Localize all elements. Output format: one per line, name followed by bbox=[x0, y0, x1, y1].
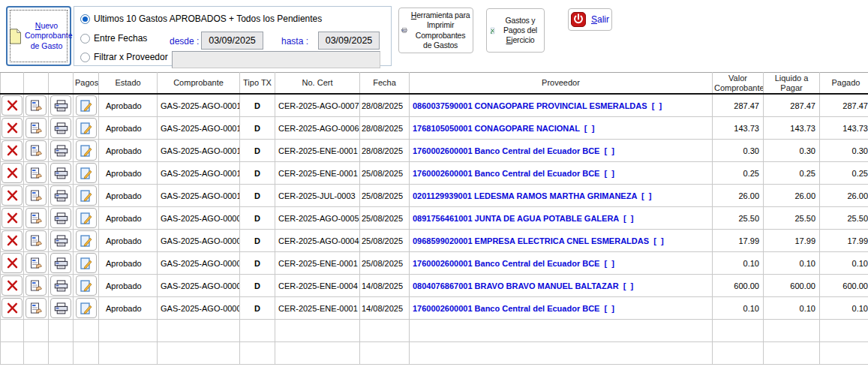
payments-edit-button[interactable] bbox=[76, 163, 97, 183]
print-row-button[interactable] bbox=[50, 298, 71, 318]
properties-icon bbox=[30, 235, 43, 247]
radio-last10-icon[interactable] bbox=[80, 14, 90, 24]
no-cert-cell: CER-2025-AGO-0005 bbox=[275, 207, 360, 230]
excel-report-button[interactable]: Gastos y Pagos del Ejercicio bbox=[486, 8, 545, 53]
new-expense-voucher-button[interactable]: Nuevo Comprobante de Gasto bbox=[6, 6, 71, 66]
delete-button[interactable] bbox=[2, 140, 23, 161]
delete-button[interactable] bbox=[2, 208, 23, 228]
exit-button[interactable]: Salir bbox=[568, 8, 612, 31]
proveedor-link[interactable]: 1768105050001 CONAGOPARE NACIONAL [ ] bbox=[410, 117, 713, 140]
new-expense-voucher-label: Nuevo Comprobante de Gasto bbox=[25, 21, 68, 50]
delete-button[interactable] bbox=[2, 230, 23, 251]
no-cert-cell: CER-2025-AGO-0006 bbox=[275, 117, 360, 140]
print-row-button[interactable] bbox=[50, 230, 71, 251]
pagos-cell bbox=[74, 117, 99, 140]
liquido-a-pagar-cell: 143.73 bbox=[764, 117, 820, 140]
no-cert-cell: CER-2025-AGO-0007 bbox=[275, 94, 360, 117]
proveedor-link[interactable]: 0201129939001 LEDESMA RAMOS MARTHA GRIMA… bbox=[410, 185, 713, 207]
payments-edit-button[interactable] bbox=[76, 95, 97, 116]
delete-cell bbox=[1, 207, 24, 230]
delete-icon bbox=[7, 167, 18, 179]
properties-button[interactable] bbox=[26, 253, 47, 273]
radio-provider-icon[interactable] bbox=[80, 53, 90, 62]
payments-edit-button[interactable] bbox=[76, 208, 97, 228]
delete-icon bbox=[7, 100, 18, 111]
payments-edit-button[interactable] bbox=[76, 118, 97, 138]
delete-button[interactable] bbox=[2, 118, 23, 138]
header-fecha: Fecha bbox=[360, 73, 410, 95]
filter-option-last10-label: Ultimos 10 Gastos APROBADOS + Todos los … bbox=[94, 14, 322, 24]
payments-edit-button[interactable] bbox=[76, 230, 97, 251]
delete-button[interactable] bbox=[2, 253, 23, 273]
liquido-a-pagar-cell: 0.30 bbox=[764, 140, 820, 162]
no-cert-cell: CER-2025-ENE-0004 bbox=[275, 275, 360, 297]
pagos-cell bbox=[74, 140, 99, 162]
desde-date-field[interactable] bbox=[201, 32, 263, 50]
payments-edit-button[interactable] bbox=[76, 253, 97, 273]
properties-button[interactable] bbox=[26, 95, 47, 116]
print-row-button[interactable] bbox=[50, 275, 71, 296]
expense-row: Aprobado GAS-2025-AGO-00013 D CER-2025-A… bbox=[1, 117, 868, 140]
filter-option-dates[interactable]: Entre Fechas bbox=[80, 33, 147, 44]
delete-icon bbox=[7, 212, 18, 224]
proveedor-link[interactable]: 1760002600001 Banco Central del Ecuador … bbox=[410, 140, 713, 162]
provider-filter-input[interactable] bbox=[172, 51, 380, 68]
delete-button[interactable] bbox=[2, 95, 23, 116]
pagado-cell: 143.73 bbox=[820, 117, 868, 140]
proveedor-link[interactable]: 1760002600001 Banco Central del Ecuador … bbox=[410, 297, 713, 320]
filter-option-last10[interactable]: Ultimos 10 Gastos APROBADOS + Todos los … bbox=[80, 14, 322, 24]
radio-dates-icon[interactable] bbox=[80, 34, 90, 44]
properties-button[interactable] bbox=[26, 140, 47, 161]
fecha-cell: 28/08/2025 bbox=[360, 117, 410, 140]
proveedor-link[interactable]: 0804076867001 BRAVO BRAVO MANUEL BALTAZA… bbox=[410, 275, 713, 297]
proveedor-link[interactable]: 1760002600001 Banco Central del Ecuador … bbox=[410, 162, 713, 185]
properties-button[interactable] bbox=[26, 275, 47, 296]
properties-button[interactable] bbox=[26, 163, 47, 183]
delete-button[interactable] bbox=[2, 298, 23, 318]
print-row-button[interactable] bbox=[50, 253, 71, 273]
payments-edit-button[interactable] bbox=[76, 140, 97, 161]
proveedor-link[interactable]: 0860037590001 CONAGOPARE PROVINCIAL ESME… bbox=[410, 94, 713, 117]
expense-row: Aprobado GAS-2025-AGO-00011 D CER-2025-E… bbox=[1, 162, 868, 185]
delete-button[interactable] bbox=[2, 185, 23, 206]
new-document-icon bbox=[9, 26, 22, 47]
delete-button[interactable] bbox=[2, 163, 23, 183]
liquido-a-pagar-cell: 17.99 bbox=[764, 230, 820, 252]
print-row-button[interactable] bbox=[50, 163, 71, 183]
pagos-cell bbox=[74, 162, 99, 185]
pagado-cell: 600.00 bbox=[820, 275, 868, 297]
print-cell bbox=[49, 252, 74, 275]
printer-icon bbox=[54, 145, 68, 157]
no-cert-cell: CER-2025-ENE-0001 bbox=[275, 162, 360, 185]
print-row-button[interactable] bbox=[50, 95, 71, 116]
delete-button[interactable] bbox=[2, 275, 23, 296]
valor-comprobante-cell: 17.99 bbox=[713, 230, 764, 252]
proveedor-link[interactable]: 1760002600001 Banco Central del Ecuador … bbox=[410, 252, 713, 275]
hasta-date-field[interactable] bbox=[318, 32, 380, 50]
pagado-cell: 0.10 bbox=[820, 297, 868, 320]
printer-icon bbox=[54, 235, 68, 247]
expense-row: Aprobado GAS-2025-AGO-00010 D CER-2025-J… bbox=[1, 185, 868, 207]
print-row-button[interactable] bbox=[50, 208, 71, 228]
properties-button[interactable] bbox=[26, 298, 47, 318]
properties-button[interactable] bbox=[26, 118, 47, 138]
properties-button[interactable] bbox=[26, 208, 47, 228]
printer-icon bbox=[54, 257, 68, 269]
proveedor-link[interactable]: 0968599020001 EMPRESA ELECTRICA CNEL ESM… bbox=[410, 230, 713, 252]
print-row-button[interactable] bbox=[50, 185, 71, 206]
print-row-button[interactable] bbox=[50, 140, 71, 161]
filter-option-provider[interactable]: Filtrar x Proveedor bbox=[80, 52, 168, 62]
payments-edit-button[interactable] bbox=[76, 275, 97, 296]
estado-cell: Aprobado bbox=[99, 275, 158, 297]
print-vouchers-tool-button[interactable]: Herramienta para Imprimir Comprobantes d… bbox=[398, 8, 473, 53]
payments-edit-button[interactable] bbox=[76, 185, 97, 206]
print-row-button[interactable] bbox=[50, 118, 71, 138]
properties-button[interactable] bbox=[26, 185, 47, 206]
properties-button[interactable] bbox=[26, 230, 47, 251]
pagos-cell bbox=[74, 207, 99, 230]
delete-icon bbox=[7, 122, 18, 134]
payments-edit-button[interactable] bbox=[76, 298, 97, 318]
delete-icon bbox=[7, 190, 18, 201]
proveedor-link[interactable]: 0891756461001 JUNTA DE AGUA POTABLE GALE… bbox=[410, 207, 713, 230]
no-cert-cell: CER-2025-AGO-0004 bbox=[275, 230, 360, 252]
